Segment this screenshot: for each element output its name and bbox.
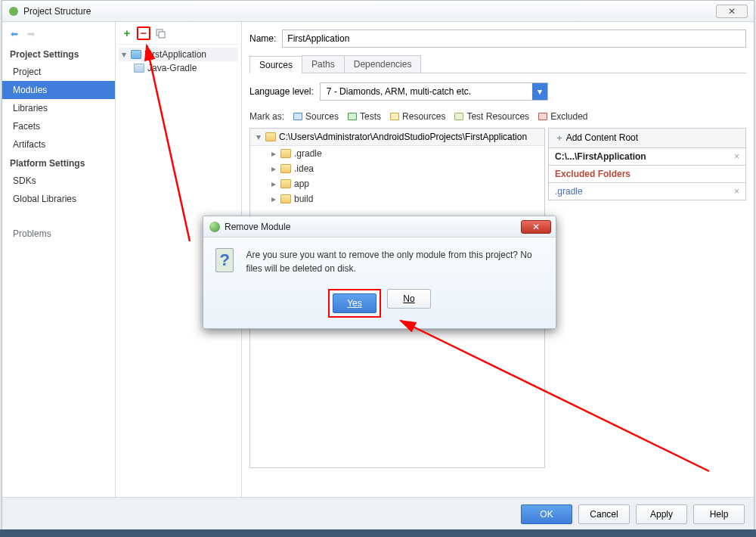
module-folder-icon bbox=[131, 50, 141, 59]
module-name-input[interactable] bbox=[282, 29, 746, 48]
excluded-color-icon bbox=[538, 113, 547, 120]
chevron-right-icon: ▸ bbox=[270, 148, 277, 159]
remove-module-dialog: Remove Module ✕ ? Are you sure you want … bbox=[203, 216, 556, 329]
add-content-root-header[interactable]: ＋ Add Content Root bbox=[548, 128, 746, 148]
module-subnode-java-gradle[interactable]: Java-Gradle bbox=[119, 61, 238, 75]
window-close-button[interactable]: ✕ bbox=[716, 5, 748, 18]
plus-icon: ＋ bbox=[555, 132, 564, 143]
remove-excluded-icon[interactable]: × bbox=[734, 186, 739, 197]
svg-point-0 bbox=[9, 7, 18, 16]
gradle-icon bbox=[134, 64, 144, 73]
folder-icon bbox=[280, 164, 291, 173]
folder-node-build[interactable]: ▸build bbox=[250, 191, 544, 206]
chevron-right-icon: ▸ bbox=[270, 178, 277, 189]
module-node-firstapplication[interactable]: ▾ FirstApplication bbox=[119, 48, 238, 61]
mark-excluded[interactable]: Excluded bbox=[550, 111, 587, 122]
sources-color-icon bbox=[293, 113, 302, 120]
excluded-folder-entry[interactable]: .gradle × bbox=[548, 183, 746, 200]
ok-button[interactable]: OK bbox=[521, 504, 572, 524]
language-level-value: 7 - Diamonds, ARM, multi-catch etc. bbox=[321, 86, 532, 97]
sidebar-item-modules[interactable]: Modules bbox=[2, 81, 115, 99]
mark-sources[interactable]: Sources bbox=[305, 111, 339, 122]
dropdown-arrow-icon: ▾ bbox=[532, 83, 547, 100]
module-tabs: Sources Paths Dependencies bbox=[249, 55, 746, 73]
section-project-settings: Project Settings bbox=[2, 45, 115, 63]
content-roots-panel: ＋ Add Content Root C:\...\FirstApplicati… bbox=[548, 128, 746, 468]
help-button[interactable]: Help bbox=[693, 504, 745, 524]
taskbar-fragment bbox=[0, 529, 756, 537]
sidebar-item-problems[interactable]: Problems bbox=[2, 225, 115, 243]
remove-module-button[interactable]: − bbox=[137, 26, 150, 40]
module-toolbar: + − bbox=[116, 22, 241, 45]
dialog-titlebar: Remove Module ✕ bbox=[203, 216, 556, 237]
mark-resources[interactable]: Resources bbox=[402, 111, 445, 122]
language-level-label: Language level: bbox=[249, 86, 314, 97]
chevron-down-icon: ▾ bbox=[255, 132, 262, 142]
name-label: Name: bbox=[249, 33, 276, 44]
chevron-right-icon: ▸ bbox=[270, 194, 277, 204]
window-title: Project Structure bbox=[23, 6, 716, 17]
svg-rect-2 bbox=[159, 32, 165, 38]
question-icon: ? bbox=[215, 248, 234, 272]
cancel-button[interactable]: Cancel bbox=[578, 504, 630, 524]
forward-icon[interactable]: ➡ bbox=[25, 28, 37, 40]
dialog-app-icon bbox=[209, 222, 220, 232]
app-icon bbox=[8, 6, 19, 17]
chevron-down-icon: ▾ bbox=[120, 49, 128, 60]
folder-node-app[interactable]: ▸app bbox=[250, 176, 544, 191]
content-root-entry[interactable]: C:\...\FirstApplication × bbox=[548, 148, 746, 166]
sidebar-item-artifacts[interactable]: Artifacts bbox=[2, 135, 115, 154]
folder-icon bbox=[280, 149, 291, 158]
tab-paths[interactable]: Paths bbox=[302, 55, 345, 73]
folder-node-gradle[interactable]: ▸.gradle bbox=[250, 146, 544, 161]
copy-module-button[interactable] bbox=[153, 26, 167, 40]
language-level-dropdown[interactable]: 7 - Diamonds, ARM, multi-catch etc. ▾ bbox=[320, 82, 548, 101]
mark-as-row: Mark as: Sources Tests Resources Test Re… bbox=[249, 111, 746, 122]
settings-sidebar: ⬅ ➡ Project Settings Project Modules Lib… bbox=[2, 22, 116, 497]
apply-button[interactable]: Apply bbox=[636, 504, 687, 524]
dialog-footer: OK Cancel Apply Help bbox=[2, 497, 754, 530]
folder-node-idea[interactable]: ▸.idea bbox=[250, 161, 544, 176]
titlebar: Project Structure ✕ bbox=[2, 1, 754, 22]
folder-icon bbox=[280, 194, 291, 203]
tab-sources[interactable]: Sources bbox=[249, 56, 302, 73]
content-root-path-row[interactable]: ▾ C:\Users\Administrator\AndroidStudioPr… bbox=[250, 129, 544, 146]
folder-icon bbox=[265, 132, 276, 141]
sidebar-item-project[interactable]: Project bbox=[2, 63, 115, 81]
module-sub-label: Java-Gradle bbox=[147, 63, 197, 73]
tests-color-icon bbox=[348, 113, 357, 120]
sidebar-item-facets[interactable]: Facets bbox=[2, 117, 115, 135]
sidebar-item-libraries[interactable]: Libraries bbox=[2, 99, 115, 117]
dialog-close-button[interactable]: ✕ bbox=[521, 220, 551, 234]
sidebar-item-global-libraries[interactable]: Global Libraries bbox=[2, 190, 115, 208]
chevron-right-icon: ▸ bbox=[270, 163, 277, 174]
mark-tests[interactable]: Tests bbox=[360, 111, 381, 122]
section-platform-settings: Platform Settings bbox=[2, 154, 115, 172]
resources-color-icon bbox=[390, 113, 399, 120]
module-tree: ▾ FirstApplication Java-Gradle bbox=[116, 45, 241, 78]
tab-dependencies[interactable]: Dependencies bbox=[344, 55, 422, 73]
dialog-title: Remove Module bbox=[225, 222, 290, 232]
no-button[interactable]: No bbox=[387, 289, 431, 309]
back-icon[interactable]: ⬅ bbox=[8, 28, 20, 40]
content-root-path: C:\Users\Administrator\AndroidStudioProj… bbox=[279, 132, 527, 142]
add-module-button[interactable]: + bbox=[120, 26, 134, 40]
mark-as-label: Mark as: bbox=[249, 111, 284, 122]
mark-test-resources[interactable]: Test Resources bbox=[466, 111, 529, 122]
dialog-message: Are you sure you want to remove the only… bbox=[246, 248, 544, 275]
sidebar-item-sdks[interactable]: SDKs bbox=[2, 172, 115, 190]
yes-button[interactable]: Yes bbox=[333, 293, 376, 313]
remove-content-root-icon[interactable]: × bbox=[734, 151, 739, 162]
excluded-folders-header: Excluded Folders bbox=[548, 166, 746, 183]
test-resources-color-icon bbox=[454, 113, 463, 120]
folder-icon bbox=[280, 179, 291, 188]
module-label: FirstApplication bbox=[144, 49, 206, 60]
